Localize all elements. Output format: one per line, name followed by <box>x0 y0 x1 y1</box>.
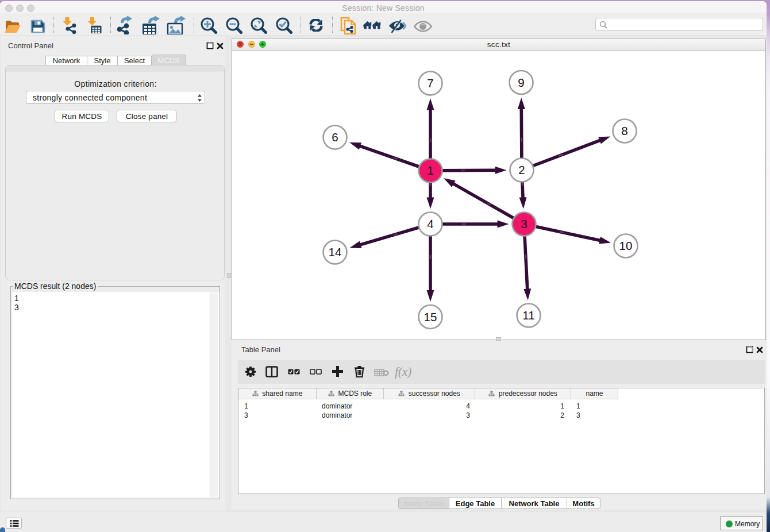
svg-text:7: 7 <box>427 76 433 90</box>
svg-text:8: 8 <box>621 124 627 137</box>
svg-text:3: 3 <box>521 217 527 230</box>
svg-text:11: 11 <box>522 309 534 322</box>
svg-text:2: 2 <box>518 163 525 176</box>
svg-text:1: 1 <box>427 164 433 177</box>
svg-text:9: 9 <box>518 76 524 89</box>
svg-text:6: 6 <box>332 130 338 144</box>
svg-text:15: 15 <box>424 310 437 323</box>
svg-text:14: 14 <box>329 245 342 259</box>
svg-text:10: 10 <box>619 239 633 252</box>
svg-text:4: 4 <box>427 217 433 230</box>
